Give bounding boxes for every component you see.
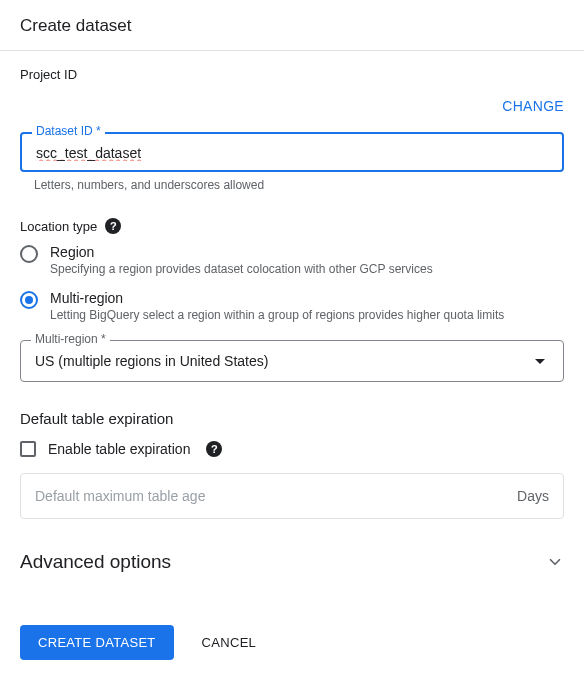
radio-label: Multi-region [50,290,564,306]
max-table-age-placeholder: Default maximum table age [35,488,205,504]
radio-option-region[interactable]: Region Specifying a region provides data… [20,244,564,276]
project-id-label: Project ID [20,67,564,82]
max-table-age-field: Default maximum table age Days [20,473,564,519]
radio-option-multi-region[interactable]: Multi-region Letting BigQuery select a r… [20,290,564,322]
expiration-header: Default table expiration [20,410,564,427]
multi-region-select[interactable]: Multi-region * US (multiple regions in U… [20,340,564,382]
radio-icon [20,245,38,263]
multi-region-legend: Multi-region * [31,332,110,346]
help-icon[interactable]: ? [105,218,121,234]
create-dataset-button[interactable]: CREATE DATASET [20,625,174,660]
checkbox-label: Enable table expiration [48,441,190,457]
dialog-actions: CREATE DATASET CANCEL [20,625,564,660]
radio-label: Region [50,244,564,260]
radio-icon [20,291,38,309]
enable-expiration-checkbox[interactable]: Enable table expiration ? [20,441,564,457]
caret-down-icon [535,359,545,364]
dataset-id-input[interactable] [36,145,548,161]
dialog-header: Create dataset [0,0,584,51]
chevron-down-icon [546,553,564,571]
location-type-header: Location type ? [20,218,564,234]
location-type-label: Location type [20,219,97,234]
dataset-id-legend: Dataset ID * [32,124,105,138]
dataset-id-helper: Letters, numbers, and underscores allowe… [34,178,564,192]
location-type-radio-group: Region Specifying a region provides data… [20,244,564,322]
radio-desc: Specifying a region provides dataset col… [50,262,564,276]
advanced-options-toggle[interactable]: Advanced options [20,547,564,577]
checkbox-icon [20,441,36,457]
dialog-content: Project ID CHANGE Dataset ID * Letters, … [0,51,584,680]
dialog-title: Create dataset [20,16,564,36]
advanced-options-title: Advanced options [20,551,171,573]
radio-desc: Letting BigQuery select a region within … [50,308,564,322]
radio-text: Multi-region Letting BigQuery select a r… [50,290,564,322]
dataset-id-field[interactable]: Dataset ID * [20,132,564,172]
change-project-button[interactable]: CHANGE [502,98,564,114]
radio-text: Region Specifying a region provides data… [50,244,564,276]
max-table-age-suffix: Days [517,488,549,504]
help-icon[interactable]: ? [206,441,222,457]
multi-region-value: US (multiple regions in United States) [35,353,268,369]
cancel-button[interactable]: CANCEL [202,635,257,650]
